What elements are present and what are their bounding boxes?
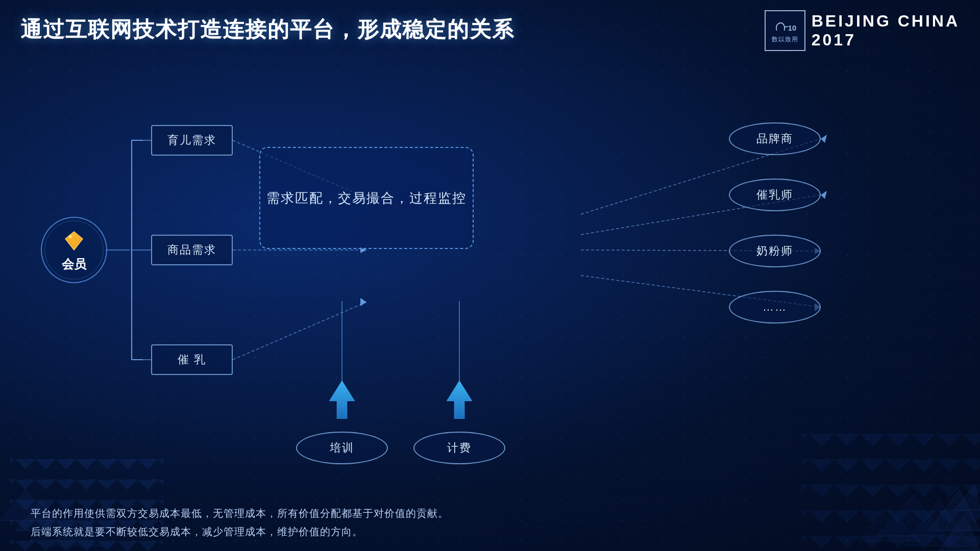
logo-icon: 10 <box>774 18 796 34</box>
member-circle: 会员 <box>41 217 107 283</box>
member-label: 会员 <box>62 256 86 272</box>
logo-subtitle: 数以致用 <box>772 35 798 44</box>
need-box-2: 商品需求 <box>151 235 233 265</box>
page-title: 通过互联网技术打造连接的平台，形成稳定的关系 <box>20 15 514 44</box>
need-box-1: 育儿需求 <box>151 125 233 156</box>
footer-line-1: 平台的作用使供需双方交易成本最低，无管理成本，所有价值分配都基于对价值的贡献。 <box>31 504 949 522</box>
member-node: 会员 <box>41 217 107 283</box>
right-oval-3: 奶粉师 <box>729 235 821 267</box>
svg-marker-43 <box>447 381 472 419</box>
svg-point-41 <box>69 235 72 238</box>
bottom-oval-fee: 计费 <box>413 432 505 464</box>
svg-marker-9 <box>954 485 980 510</box>
center-platform-box: 需求匹配，交易撮合，过程监控 <box>259 147 474 249</box>
svg-marker-42 <box>329 381 355 419</box>
oval-cuiru-shi: 催乳师 <box>729 179 821 211</box>
right-oval-2: 催乳师 <box>729 179 821 211</box>
svg-text:10: 10 <box>788 23 796 32</box>
oval-pinpai: 品牌商 <box>729 122 821 155</box>
oval-more: …… <box>729 291 821 323</box>
footer: 平台的作用使供需双方交易成本最低，无管理成本，所有价值分配都基于对价值的贡献。 … <box>31 504 949 541</box>
footer-line-2: 后端系统就是要不断较低交易成本，减少管理成本，维护价值的方向。 <box>31 522 949 541</box>
logo-box: 10 数以致用 <box>765 10 805 51</box>
svg-marker-39 <box>67 232 81 246</box>
need-box-3: 催 乳 <box>151 344 233 375</box>
header: 通过互联网技术打造连接的平台，形成稳定的关系 10 数以致用 BEIJING C… <box>0 0 980 56</box>
svg-marker-40 <box>68 234 80 239</box>
arrow-up-left <box>329 381 355 421</box>
need-box-cuiru: 催 乳 <box>151 344 233 375</box>
svg-marker-38 <box>65 232 83 250</box>
arrow-up-right <box>447 381 472 421</box>
oval-peixun: 培训 <box>296 432 388 464</box>
oval-naifen-shi: 奶粉师 <box>729 235 821 267</box>
diagram: 会员 <box>0 61 980 439</box>
need-box-shangpin: 商品需求 <box>151 235 233 265</box>
need-box-yuner: 育儿需求 <box>151 125 233 156</box>
logo-city: BEIJING CHINA <box>812 12 960 31</box>
oval-jifei: 计费 <box>413 432 505 464</box>
logo-year: 2017 <box>812 31 960 49</box>
bottom-oval-train: 培训 <box>296 432 388 464</box>
logo-text: BEIJING CHINA 2017 <box>812 12 960 49</box>
right-oval-4: …… <box>729 291 821 323</box>
logo-area: 10 数以致用 BEIJING CHINA 2017 <box>765 10 960 51</box>
diamond-icon <box>61 228 87 253</box>
right-oval-1: 品牌商 <box>729 122 821 155</box>
